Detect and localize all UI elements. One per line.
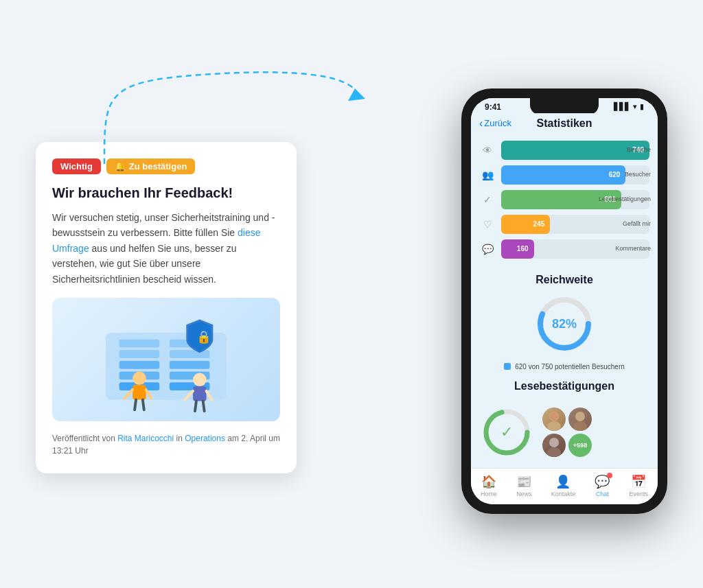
stats-section: 👁 740 Besuche 👥 (479, 141, 649, 259)
svg-marker-0 (348, 89, 365, 101)
stat-row-read: ✓ 601 Lesebestätigungen (479, 190, 649, 209)
stat-value-visitors: 620 (609, 171, 621, 178)
status-time: 9:41 (485, 102, 501, 112)
stat-bar-wrap-read: 601 Lesebestätigungen (501, 190, 649, 209)
stat-bar-visitors: 620 (501, 165, 625, 185)
svg-point-19 (193, 373, 207, 386)
lese-title: Lesebestätigungen (479, 380, 649, 392)
stat-row-comments: 💬 160 Kommentare (479, 239, 649, 259)
reichweite-donut: 82% (533, 293, 595, 355)
lese-content: ✓ (479, 399, 649, 465)
svg-line-23 (195, 401, 196, 412)
nav-home[interactable]: 🏠 Home (481, 474, 497, 497)
battery-icon: ▮ (640, 102, 644, 111)
lese-section: Lesebestätigungen ✓ (479, 380, 649, 468)
svg-rect-2 (119, 340, 160, 348)
likes-icon: ♡ (479, 216, 496, 233)
nav-kontakte-label: Kontakte (551, 491, 576, 497)
svg-rect-4 (119, 361, 160, 369)
news-title: Wir brauchen Ihr Feedback! (52, 184, 280, 202)
phone-outer: 9:41 ▋▋▋ ▾ ▮ ‹ Zurück Statistiken (461, 89, 667, 514)
svg-rect-20 (193, 386, 207, 401)
stat-label-comments: Kommentare (615, 246, 651, 252)
news-illustration: 🔒 (52, 298, 280, 421)
svg-line-17 (135, 400, 136, 410)
news-body: Wir versuchen stetig, unser Sicherheitst… (52, 210, 280, 287)
events-icon: 📅 (631, 474, 646, 489)
nav-news[interactable]: 📰 News (516, 474, 532, 497)
svg-point-35 (547, 447, 561, 457)
reichweite-title: Reichweite (535, 274, 593, 286)
back-label: Zurück (484, 118, 511, 128)
stat-row-likes: ♡ 245 Gefällt mir (479, 215, 649, 234)
tag-important: Wichtig (52, 158, 101, 174)
nav-chat[interactable]: 💬 Chat (595, 474, 610, 497)
stat-label-visitors: Besucher (625, 172, 651, 178)
news-card: Wichtig 🔔 Zu bestätigen Wir brauchen Ihr… (36, 142, 297, 473)
svg-point-34 (549, 438, 559, 447)
svg-point-13 (132, 372, 146, 386)
avatar-stack: +598 (542, 408, 597, 457)
stat-label-likes: Gefällt mir (623, 221, 651, 228)
svg-line-18 (143, 400, 144, 410)
scene: Wichtig 🔔 Zu bestätigen Wir brauchen Ihr… (22, 13, 681, 576)
tag-confirm: 🔔 Zu bestätigen (106, 158, 196, 174)
avatar-1 (542, 408, 566, 431)
comments-icon: 💬 (479, 241, 496, 257)
phone-content[interactable]: 👁 740 Besuche 👥 (471, 135, 658, 468)
nav-chat-label: Chat (596, 491, 609, 497)
back-button[interactable]: ‹ Zurück (479, 117, 511, 130)
svg-rect-14 (132, 385, 146, 399)
blue-dot-icon (504, 363, 511, 370)
news-footer: Veröffentlicht von Rita Maricocchi in Op… (52, 432, 280, 457)
kontakte-icon: 👤 (555, 474, 571, 489)
svg-point-32 (575, 412, 585, 421)
avatar-2 (568, 408, 592, 431)
svg-rect-3 (119, 350, 160, 358)
phone-mockup: 9:41 ▋▋▋ ▾ ▮ ‹ Zurück Statistiken (461, 89, 667, 514)
nav-events-label: Events (629, 491, 648, 497)
reichweite-section: Reichweite 82% 620 von 750 potentiellen … (479, 264, 649, 371)
nav-events[interactable]: 📅 Events (629, 474, 648, 497)
stat-bar-wrap-likes: 245 Gefällt mir (501, 215, 649, 234)
stat-row-visits: 👁 740 Besuche (479, 141, 649, 160)
svg-rect-9 (170, 361, 210, 369)
lese-donut: ✓ (479, 405, 534, 460)
nav-news-label: News (516, 491, 532, 497)
tag-row: Wichtig 🔔 Zu bestätigen (52, 158, 280, 174)
reichweite-percent: 82% (552, 316, 577, 331)
avatar-count: +598 (568, 434, 592, 457)
phone-nav: 🏠 Home 📰 News 👤 Kontakte 💬 Chat (471, 468, 658, 504)
stat-bar-wrap-visitors: 620 Besucher (501, 165, 649, 185)
home-icon: 🏠 (481, 474, 496, 489)
phone-inner: 9:41 ▋▋▋ ▾ ▮ ‹ Zurück Statistiken (471, 98, 658, 504)
status-icons: ▋▋▋ ▾ ▮ (614, 102, 644, 111)
stat-bar-wrap-comments: 160 Kommentare (501, 239, 649, 259)
author-link[interactable]: Rita Maricocchi (117, 434, 174, 443)
channel-link[interactable]: Operations (185, 434, 225, 443)
signal-icon: ▋▋▋ (614, 102, 630, 111)
stat-bar-comments: 160 (501, 239, 534, 259)
svg-text:🔒: 🔒 (196, 329, 211, 344)
avatar-3 (542, 434, 566, 457)
stat-label-read: Lesebestätigungen (599, 196, 651, 203)
svg-point-33 (573, 421, 587, 431)
chat-badge (607, 473, 612, 478)
phone-header: ‹ Zurück Statistiken (471, 113, 658, 135)
phone-notch (530, 98, 599, 115)
visits-icon: 👁 (479, 142, 496, 158)
svg-rect-8 (170, 350, 210, 358)
stat-value-comments: 160 (517, 245, 529, 252)
nav-kontakte[interactable]: 👤 Kontakte (551, 474, 576, 497)
confirm-icon: 🔔 (115, 161, 126, 172)
stat-row-visitors: 👥 620 Besucher (479, 165, 649, 185)
wifi-icon: ▾ (633, 102, 637, 111)
stat-bar-likes: 245 (501, 215, 550, 234)
nav-home-label: Home (481, 491, 497, 497)
stat-bar-wrap-visits: 740 Besuche (501, 141, 649, 160)
svg-point-30 (547, 421, 561, 431)
stat-label-visits: Besuche (627, 147, 651, 154)
svg-point-31 (550, 412, 558, 421)
check-icon: ✓ (500, 423, 513, 441)
visitors-icon: 👥 (479, 167, 496, 183)
